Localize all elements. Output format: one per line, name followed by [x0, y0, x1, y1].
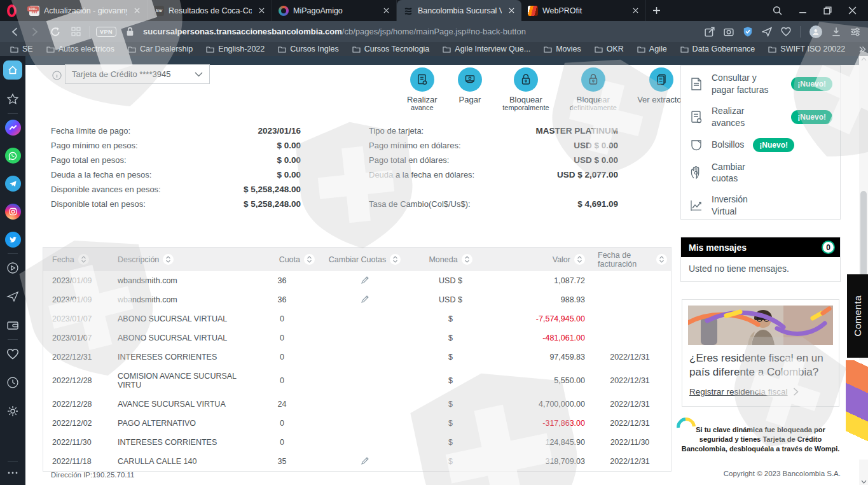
table-row: 2022/12/28AVANCE SUCURSAL VIRTUA24$4,700… [43, 395, 671, 414]
bookmark-item[interactable]: Movies [544, 45, 581, 53]
send-to-device-icon[interactable] [762, 27, 772, 37]
quicklink-inversion-virtual[interactable]: Inversión Virtual [689, 193, 832, 218]
tab-investing[interactable]: Inv Resultados de Coca-Cola - [148, 0, 272, 21]
search-icon[interactable] [773, 6, 782, 15]
restore-button[interactable] [823, 6, 832, 15]
bookmark-item[interactable]: SWIFT ISO 20022 [768, 45, 845, 53]
messenger-icon[interactable] [5, 120, 21, 136]
speed-dial-icon[interactable] [69, 25, 83, 39]
forward-button[interactable] [28, 25, 42, 39]
tab-gmail[interactable]: M100+ Actualización - giovanny11 [23, 0, 148, 21]
downloads-icon[interactable] [831, 27, 841, 37]
bookmark-item[interactable]: Cursos Tecnologia [352, 45, 430, 53]
sidebar-home-button[interactable] [3, 60, 22, 80]
scrollbar-thumb[interactable] [860, 191, 867, 283]
reload-button[interactable] [48, 25, 62, 39]
bloquear-definitivamente-button[interactable]: Bloquear definitivamente [570, 67, 617, 111]
comenta-feedback-tab[interactable]: Comenta [847, 274, 868, 358]
pagar-button[interactable]: Pagar [458, 67, 482, 111]
opera-logo-icon [7, 4, 17, 17]
col-cambiar-cuotas[interactable]: Cambiar Cuotas [319, 254, 411, 265]
tab-mipagoamigo[interactable]: MiPagoAmigo [272, 0, 397, 21]
history-clock-icon[interactable] [4, 374, 21, 391]
whatsapp-icon[interactable] [5, 148, 21, 164]
sort-icon[interactable] [78, 254, 89, 265]
minimize-button[interactable] [799, 6, 807, 15]
scroll-up-icon[interactable] [861, 57, 867, 61]
sort-icon[interactable] [462, 254, 472, 265]
ver-extractos-button[interactable]: Ver extractos [637, 67, 685, 111]
edit-pencil-icon[interactable] [319, 456, 411, 467]
bookmark-item[interactable]: OKR [595, 45, 624, 53]
col-moneda[interactable]: Moneda [411, 254, 490, 265]
bloquear-temporalmente-button[interactable]: Bloquear temporalmente [502, 67, 549, 111]
tab-webprofit[interactable]: WebPROfit [521, 0, 646, 21]
settings-gear-icon[interactable] [4, 403, 21, 419]
bookmark-item[interactable]: Car Dealership [128, 45, 193, 53]
close-tab-icon[interactable] [630, 6, 640, 16]
sort-icon[interactable] [656, 254, 667, 265]
info-icon[interactable] [52, 71, 62, 80]
quicklink-bolsillos[interactable]: Bolsillos ¡Nuevo! [689, 138, 832, 152]
url-text[interactable]: sucursalpersonas.transaccionesbancolombi… [143, 27, 698, 36]
lock-icon[interactable] [123, 25, 137, 39]
edit-pencil-icon[interactable] [319, 295, 411, 306]
sort-icon[interactable] [163, 254, 174, 265]
scroll-down-icon[interactable] [861, 480, 867, 484]
twitter-icon[interactable] [5, 232, 21, 248]
sort-icon[interactable] [304, 254, 315, 265]
back-button[interactable] [8, 25, 22, 39]
nuevo-badge: ¡Nuevo! [791, 77, 832, 91]
opera-menu-button[interactable] [0, 0, 23, 21]
registrar-residencia-link[interactable]: Registrar residencia fiscal [689, 387, 832, 397]
player-icon[interactable] [4, 260, 21, 276]
close-tab-icon[interactable] [381, 6, 391, 16]
col-fecha-facturacion[interactable]: Fecha de facturación [589, 251, 671, 269]
bookmarks-overflow-icon[interactable] [858, 46, 866, 53]
bookmark-item[interactable]: English-2022 [206, 45, 265, 53]
messages-header[interactable]: Mis mensajes 0 [681, 237, 840, 257]
close-tab-icon[interactable] [132, 6, 142, 16]
sidebar-more-icon[interactable] [4, 465, 21, 481]
decorative-stripes [846, 360, 868, 460]
summary-pesos: Fecha límite de pago:2023/01/16 Pago mín… [51, 126, 301, 214]
bookmark-item[interactable]: Agile Interview Que... [443, 45, 530, 53]
bookmarks-star-icon[interactable] [4, 91, 21, 108]
close-tab-icon[interactable] [256, 6, 266, 16]
bookmark-item[interactable]: SE [10, 45, 33, 53]
col-valor[interactable]: Valor [490, 254, 589, 265]
bookmark-item[interactable]: Cursos Ingles [278, 45, 338, 53]
instagram-icon[interactable] [5, 204, 21, 220]
favorite-heart-icon[interactable] [781, 27, 791, 36]
profile-avatar[interactable] [809, 25, 822, 38]
snapshot-camera-icon[interactable] [724, 27, 734, 37]
telegram-icon[interactable] [5, 176, 21, 192]
sort-icon[interactable] [574, 254, 585, 265]
quicklink-cambiar-cuotas[interactable]: Cambiar cuotas [689, 161, 832, 185]
quicklinks-panel: Consultar y pagar facturas ¡Nuevo! Reali… [680, 65, 841, 220]
wallet-icon[interactable] [4, 317, 21, 334]
shield-check-icon[interactable] [743, 26, 753, 37]
bookmark-item[interactable]: Autos electricos [46, 45, 114, 53]
personal-messages-icon[interactable] [4, 288, 21, 305]
share-edit-icon[interactable] [705, 27, 715, 37]
tab-bancolombia[interactable]: Bancolombia Sucursal Virtu [397, 0, 521, 21]
col-descripcion[interactable]: Descripción [109, 254, 245, 265]
quicklink-realizar-avances[interactable]: Realizar avances ¡Nuevo! [689, 105, 832, 129]
realizar-avance-button[interactable]: Realizar avance [407, 67, 437, 111]
bookmark-item[interactable]: Data Gobernance [680, 45, 755, 53]
likes-heart-icon[interactable] [4, 346, 21, 362]
new-tab-button[interactable] [651, 5, 661, 15]
close-tab-icon[interactable] [506, 6, 516, 16]
col-fecha[interactable]: Fecha [43, 254, 109, 265]
settings-sliders-icon[interactable] [850, 27, 860, 37]
quicklink-consultar-facturas[interactable]: Consultar y pagar facturas ¡Nuevo! [689, 72, 832, 96]
card-selector-dropdown[interactable]: Tarjeta de Crédito ****3945 [65, 64, 210, 84]
bookmark-item[interactable]: Agile [637, 45, 667, 53]
sort-icon[interactable] [390, 254, 401, 265]
edit-pencil-icon[interactable] [319, 276, 411, 286]
col-cuota[interactable]: Cuota [245, 254, 319, 265]
vpn-badge[interactable]: VPN [96, 27, 116, 37]
mipagoamigo-favicon-icon [279, 6, 289, 16]
close-window-button[interactable] [848, 6, 857, 15]
